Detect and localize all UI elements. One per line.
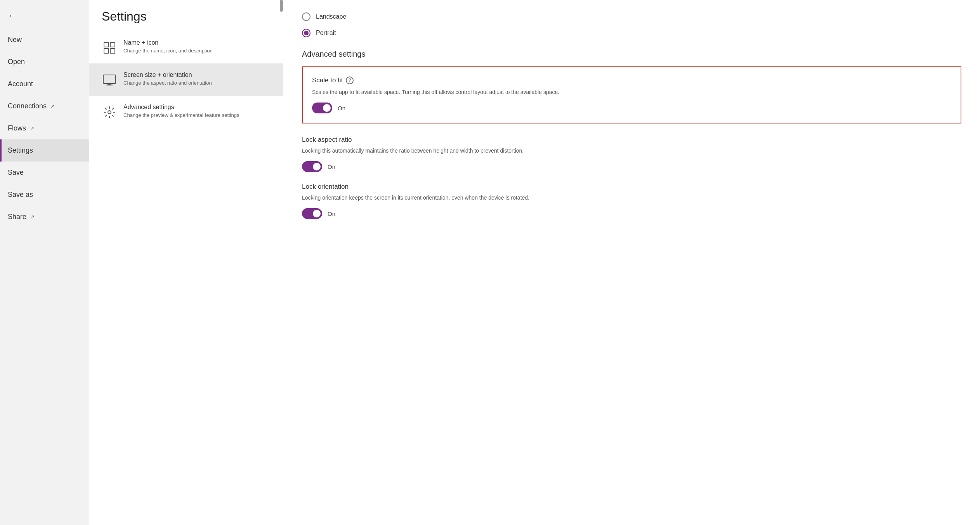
settings-item-name-icon[interactable]: Name + icon Change the name, icon, and d… bbox=[89, 31, 283, 64]
sidebar-item-label: Open bbox=[8, 58, 25, 66]
portrait-radio[interactable] bbox=[302, 29, 310, 37]
lock-aspect-ratio-desc: Locking this automatically maintains the… bbox=[302, 147, 961, 155]
settings-item-screen-size[interactable]: Screen size + orientation Change the asp… bbox=[89, 64, 283, 96]
content-area: Landscape Portrait Advanced settings Sca… bbox=[283, 0, 980, 525]
sidebar-item-save[interactable]: Save bbox=[0, 162, 89, 184]
name-icon-title: Name + icon bbox=[123, 39, 213, 46]
screen-size-text: Screen size + orientation Change the asp… bbox=[123, 71, 212, 86]
scale-to-fit-title: Scale to fit ? bbox=[312, 76, 951, 84]
svg-rect-4 bbox=[103, 75, 116, 83]
screen-size-title: Screen size + orientation bbox=[123, 71, 212, 78]
lock-aspect-ratio-section: Lock aspect ratio Locking this automatic… bbox=[302, 136, 961, 172]
lock-aspect-ratio-title: Lock aspect ratio bbox=[302, 136, 961, 144]
landscape-label: Landscape bbox=[316, 13, 346, 20]
sidebar-item-flows[interactable]: Flows ↗ bbox=[0, 117, 89, 139]
svg-rect-5 bbox=[108, 83, 111, 85]
external-link-icon: ↗ bbox=[30, 214, 35, 220]
svg-rect-6 bbox=[106, 85, 113, 85]
scale-to-fit-box: Scale to fit ? Scales the app to fit ava… bbox=[302, 66, 961, 123]
advanced-title: Advanced settings bbox=[123, 104, 239, 111]
svg-point-7 bbox=[108, 111, 111, 114]
name-icon-icon bbox=[102, 40, 117, 56]
sidebar-item-connections[interactable]: Connections ↗ bbox=[0, 95, 89, 117]
sidebar-item-label: Settings bbox=[8, 146, 33, 155]
portrait-label: Portrait bbox=[316, 30, 336, 37]
sidebar-item-label: Flows bbox=[8, 124, 26, 132]
external-link-icon: ↗ bbox=[30, 125, 34, 131]
sidebar-item-save-as[interactable]: Save as bbox=[0, 184, 89, 206]
advanced-text: Advanced settings Change the preview & e… bbox=[123, 104, 239, 118]
lock-orientation-title: Lock orientation bbox=[302, 183, 961, 191]
sidebar-item-settings[interactable]: Settings bbox=[0, 139, 89, 162]
back-button[interactable]: ← bbox=[0, 6, 89, 29]
scrollbar-indicator[interactable] bbox=[280, 0, 283, 12]
advanced-settings-icon bbox=[102, 104, 117, 120]
external-link-icon: ↗ bbox=[50, 103, 55, 109]
lock-orientation-desc: Locking orientation keeps the screen in … bbox=[302, 194, 961, 202]
advanced-desc: Change the preview & experimental featur… bbox=[123, 112, 239, 118]
screen-size-desc: Change the aspect ratio and orientation bbox=[123, 80, 212, 86]
lock-orientation-toggle-row: On bbox=[302, 208, 961, 219]
advanced-settings-section-title: Advanced settings bbox=[302, 50, 961, 59]
settings-title: Settings bbox=[89, 0, 283, 31]
lock-orientation-section: Lock orientation Locking orientation kee… bbox=[302, 183, 961, 219]
lock-aspect-ratio-toggle-row: On bbox=[302, 161, 961, 172]
sidebar-item-label: Save as bbox=[8, 191, 33, 199]
main-area: Settings Name + icon Change the name, ic… bbox=[89, 0, 980, 525]
name-icon-desc: Change the name, icon, and description bbox=[123, 48, 213, 54]
svg-rect-3 bbox=[110, 49, 115, 53]
landscape-option[interactable]: Landscape bbox=[302, 12, 961, 21]
scale-to-fit-toggle-row: On bbox=[312, 103, 951, 113]
svg-rect-1 bbox=[110, 42, 115, 47]
lock-aspect-ratio-toggle[interactable] bbox=[302, 161, 322, 172]
scale-to-fit-toggle[interactable] bbox=[312, 103, 332, 113]
scale-to-fit-toggle-label: On bbox=[338, 105, 345, 111]
name-icon-text: Name + icon Change the name, icon, and d… bbox=[123, 39, 213, 54]
sidebar-item-share[interactable]: Share ↗ bbox=[0, 206, 89, 228]
screen-size-icon bbox=[102, 72, 117, 88]
sidebar-item-open[interactable]: Open bbox=[0, 51, 89, 73]
lock-aspect-ratio-toggle-label: On bbox=[328, 163, 335, 170]
svg-rect-0 bbox=[104, 42, 109, 47]
sidebar-item-label: Connections bbox=[8, 102, 47, 110]
scale-to-fit-desc: Scales the app to fit available space. T… bbox=[312, 88, 951, 96]
sidebar-item-new[interactable]: New bbox=[0, 29, 89, 51]
lock-orientation-toggle[interactable] bbox=[302, 208, 322, 219]
sidebar-item-account[interactable]: Account bbox=[0, 73, 89, 95]
lock-orientation-toggle-label: On bbox=[328, 210, 335, 217]
help-icon[interactable]: ? bbox=[346, 76, 354, 84]
sidebar-item-label: Share bbox=[8, 213, 26, 221]
orientation-group: Landscape Portrait bbox=[302, 12, 961, 37]
svg-rect-2 bbox=[104, 49, 109, 53]
sidebar: ← New Open Account Connections ↗ Flows ↗… bbox=[0, 0, 89, 525]
sidebar-item-label: New bbox=[8, 36, 22, 44]
sidebar-item-label: Save bbox=[8, 169, 24, 177]
settings-item-advanced[interactable]: Advanced settings Change the preview & e… bbox=[89, 96, 283, 128]
settings-panel: Settings Name + icon Change the name, ic… bbox=[89, 0, 283, 525]
sidebar-item-label: Account bbox=[8, 80, 33, 88]
portrait-option[interactable]: Portrait bbox=[302, 29, 961, 37]
landscape-radio[interactable] bbox=[302, 12, 310, 21]
